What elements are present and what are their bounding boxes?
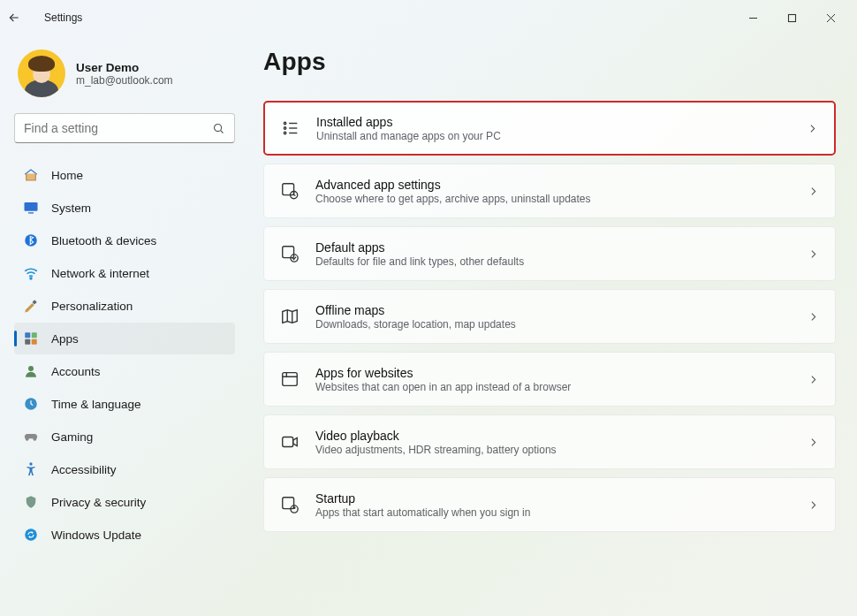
chevron-right-icon	[808, 374, 819, 385]
nav-item-label: Accounts	[51, 365, 101, 378]
chevron-right-icon	[808, 499, 819, 511]
nav-item-apps[interactable]: Apps	[14, 323, 235, 354]
nav-item-privacy[interactable]: Privacy & security	[14, 486, 235, 518]
card-list: Installed apps Uninstall and manage apps…	[263, 101, 836, 532]
system-icon	[23, 200, 39, 216]
apps-icon	[23, 331, 39, 346]
window-controls	[733, 4, 850, 32]
titlebar: Settings	[0, 0, 857, 35]
card-subtitle: Uninstall and manage apps on your PC	[316, 130, 807, 142]
websites-icon	[280, 369, 300, 389]
nav-item-update[interactable]: Windows Update	[14, 519, 235, 551]
nav-item-label: Accessibility	[51, 463, 117, 476]
svg-rect-10	[32, 339, 37, 345]
nav: Home System Bluetooth & devices Network …	[14, 159, 235, 551]
nav-item-accessibility[interactable]: Accessibility	[14, 453, 235, 485]
card-subtitle: Apps that start automatically when you s…	[315, 506, 808, 519]
privacy-icon	[23, 494, 39, 510]
svg-rect-22	[283, 373, 298, 386]
card-startup[interactable]: Startup Apps that start automatically wh…	[263, 477, 836, 532]
nav-item-bluetooth[interactable]: Bluetooth & devices	[14, 224, 235, 256]
nav-item-label: Home	[51, 169, 83, 182]
nav-item-system[interactable]: System	[14, 192, 235, 224]
svg-rect-9	[25, 339, 30, 345]
installed-apps-icon	[281, 118, 300, 138]
card-subtitle: Video adjustments, HDR streaming, batter…	[315, 444, 808, 456]
svg-point-17	[284, 132, 285, 133]
home-icon	[23, 167, 39, 183]
default-apps-icon	[280, 244, 300, 263]
back-button[interactable]	[7, 11, 39, 25]
personalization-icon	[23, 298, 39, 314]
search-input[interactable]	[15, 121, 234, 135]
card-subtitle: Choose where to get apps, archive apps, …	[315, 193, 808, 205]
time-icon	[23, 396, 39, 412]
card-title: Startup	[315, 491, 808, 506]
chevron-right-icon	[808, 186, 819, 197]
card-title: Advanced app settings	[315, 178, 808, 192]
nav-item-label: Personalization	[51, 300, 133, 313]
user-email: m_lab@outlook.com	[76, 74, 173, 87]
close-button[interactable]	[811, 4, 850, 32]
chevron-right-icon	[807, 123, 818, 134]
card-subtitle: Defaults for file and link types, other …	[315, 255, 808, 268]
svg-rect-8	[32, 332, 37, 338]
profile[interactable]: User Demo m_lab@outlook.com	[14, 44, 235, 113]
svg-rect-0	[788, 14, 795, 21]
window-title: Settings	[44, 11, 82, 24]
network-icon	[23, 265, 39, 281]
svg-point-16	[284, 127, 285, 129]
svg-rect-6	[32, 300, 36, 304]
svg-rect-18	[283, 184, 294, 195]
nav-item-label: System	[51, 202, 91, 215]
card-default-apps[interactable]: Default apps Defaults for file and link …	[263, 226, 836, 281]
card-offline-maps[interactable]: Offline maps Downloads, storage location…	[263, 289, 836, 344]
gaming-icon	[23, 429, 39, 445]
minimize-button[interactable]	[733, 4, 772, 32]
card-title: Apps for websites	[315, 366, 808, 380]
update-icon	[23, 527, 39, 543]
svg-point-15	[284, 122, 285, 124]
accessibility-icon	[23, 461, 39, 477]
startup-icon	[280, 495, 300, 514]
svg-rect-7	[25, 332, 30, 338]
svg-point-13	[29, 462, 32, 465]
card-subtitle: Downloads, storage location, map updates	[315, 318, 808, 331]
chevron-right-icon	[808, 311, 819, 323]
card-subtitle: Websites that can open in an app instead…	[315, 381, 808, 393]
svg-point-14	[25, 529, 37, 541]
card-title: Installed apps	[316, 115, 807, 129]
nav-item-network[interactable]: Network & internet	[14, 257, 235, 289]
card-video-playback[interactable]: Video playback Video adjustments, HDR st…	[263, 414, 836, 469]
nav-item-home[interactable]: Home	[14, 159, 235, 191]
maps-icon	[280, 307, 300, 326]
svg-point-5	[30, 278, 32, 279]
search-box[interactable]	[14, 113, 235, 143]
nav-item-label: Time & language	[51, 398, 141, 411]
sidebar: User Demo m_lab@outlook.com Home System …	[14, 44, 244, 616]
nav-item-accounts[interactable]: Accounts	[14, 355, 235, 387]
avatar	[18, 49, 65, 97]
bluetooth-icon	[23, 232, 39, 248]
video-icon	[280, 432, 300, 452]
card-apps-websites[interactable]: Apps for websites Websites that can open…	[263, 352, 836, 407]
card-advanced-settings[interactable]: Advanced app settings Choose where to ge…	[263, 164, 836, 218]
nav-item-personalization[interactable]: Personalization	[14, 290, 235, 322]
svg-rect-2	[25, 202, 38, 211]
chevron-right-icon	[808, 248, 819, 260]
nav-item-time[interactable]: Time & language	[14, 388, 235, 420]
nav-item-label: Network & internet	[51, 267, 149, 280]
svg-rect-24	[283, 498, 294, 509]
card-installed-apps[interactable]: Installed apps Uninstall and manage apps…	[263, 101, 836, 156]
svg-rect-3	[28, 212, 34, 213]
card-title: Video playback	[315, 429, 808, 443]
nav-item-label: Gaming	[51, 430, 93, 444]
main-content: Apps Installed apps Uninstall and manage…	[244, 44, 843, 616]
nav-item-gaming[interactable]: Gaming	[14, 421, 235, 452]
svg-rect-20	[283, 247, 294, 258]
maximize-button[interactable]	[772, 4, 811, 32]
card-title: Default apps	[315, 240, 808, 255]
advanced-icon	[280, 181, 300, 201]
card-title: Offline maps	[315, 303, 808, 317]
chevron-right-icon	[808, 437, 819, 448]
